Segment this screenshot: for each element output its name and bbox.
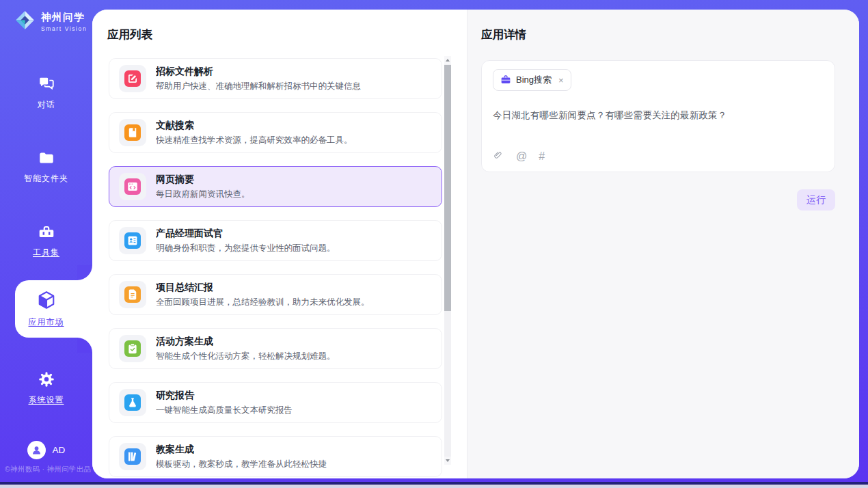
- user-initials: AD: [53, 445, 66, 455]
- query-card[interactable]: Bing搜索 × 今日湖北有哪些新闻要点？有哪些需要关注的最新政策？ @#: [481, 60, 835, 172]
- sidebar-item-label: 智能文件夹: [0, 173, 92, 185]
- copyright-text: ©神州数码 · 神州问学出品: [5, 465, 91, 474]
- run-row: 运行: [481, 189, 835, 211]
- folder-icon: [38, 157, 55, 169]
- app-card-icon-box: [119, 335, 146, 362]
- app-card-desc: 一键智能生成高质量长文本研究报告: [156, 405, 293, 416]
- research-report-icon: [124, 394, 141, 411]
- desktop-edge: [0, 485, 868, 488]
- input-toolbar: @#: [493, 150, 545, 163]
- app-card-icon-box: [119, 389, 146, 416]
- sidebar-item-toolset[interactable]: 工具集: [0, 223, 92, 258]
- app-list-panel: 应用列表 招标文件解析帮助用户快速、准确地理解和解析招标书中的关键信息文献搜索快…: [92, 10, 467, 478]
- gear-icon: [38, 379, 55, 390]
- app-card[interactable]: 文献搜索快速精准查找学术资源，提高研究效率的必备工具。: [109, 112, 442, 153]
- app-card-icon-box: [119, 227, 146, 254]
- app-card[interactable]: 项目总结汇报全面回顾项目进展，总结经验教训，助力未来优化发展。: [109, 274, 442, 315]
- app-card-desc: 全面回顾项目进展，总结经验教训，助力未来优化发展。: [156, 297, 370, 308]
- brand-logo: 神州问学 Smart Vision: [14, 9, 87, 34]
- app-card[interactable]: 教案生成模板驱动，教案秒成，教学准备从此轻松快捷: [109, 436, 442, 477]
- app-card[interactable]: 活动方案生成智能生成个性化活动方案，轻松解决规划难题。: [109, 328, 442, 369]
- avatar: [27, 441, 46, 459]
- run-button[interactable]: 运行: [797, 189, 835, 211]
- interviewer-icon: [124, 232, 141, 249]
- app-card-title: 网页摘要: [156, 174, 194, 185]
- app-detail-title: 应用详情: [481, 27, 835, 42]
- main-content: 应用列表 招标文件解析帮助用户快速、准确地理解和解析招标书中的关键信息文献搜索快…: [92, 10, 859, 478]
- tool-tag-close-icon[interactable]: ×: [558, 75, 564, 85]
- app-card-desc: 模板驱动，教案秒成，教学准备从此轻松快捷: [156, 459, 327, 470]
- brand-subtitle: Smart Vision: [41, 25, 87, 32]
- tender-edit-icon: [124, 70, 141, 87]
- app-card-icon-box: [119, 173, 146, 200]
- app-card-desc: 帮助用户快速、准确地理解和解析招标书中的关键信息: [156, 81, 361, 92]
- tool-tag-label: Bing搜索: [516, 74, 552, 86]
- bubble-curve-bottom: [77, 338, 92, 353]
- cube-icon: [36, 301, 57, 312]
- query-text[interactable]: 今日湖北有哪些新闻要点？有哪些需要关注的最新政策？: [493, 109, 824, 122]
- app-card-icon-box: [119, 65, 146, 92]
- chat-icon: [38, 83, 55, 95]
- app-card[interactable]: 招标文件解析帮助用户快速、准确地理解和解析招标书中的关键信息: [109, 58, 442, 99]
- sidebar-item-label: 工具集: [0, 247, 92, 258]
- bubble-curve-top: [77, 265, 92, 280]
- brand-name: 神州问学: [41, 11, 87, 24]
- sidebar-item-smart-folders[interactable]: 智能文件夹: [0, 149, 92, 185]
- paperclip-icon[interactable]: [493, 150, 504, 163]
- mention-icon[interactable]: @: [516, 151, 527, 162]
- app-card-icon-box: [119, 281, 146, 308]
- app-card[interactable]: 网页摘要每日政府新闻资讯快查。: [109, 166, 442, 207]
- app-card-icon-box: [119, 119, 146, 146]
- sidebar-item-app-market[interactable]: 应用市场: [0, 290, 92, 328]
- lesson-books-icon: [124, 448, 141, 465]
- app-card[interactable]: 研究报告一键智能生成高质量长文本研究报告: [109, 382, 442, 423]
- toolbox-icon: [38, 231, 55, 243]
- app-card-desc: 每日政府新闻资讯快查。: [156, 189, 250, 200]
- briefcase-icon: [500, 74, 511, 85]
- topic-icon[interactable]: #: [539, 151, 545, 162]
- sidebar-item-label: 对话: [0, 99, 92, 111]
- scrollbar-up-arrow[interactable]: [444, 56, 451, 64]
- user-icon: [31, 444, 42, 456]
- scrollbar-thumb[interactable]: [444, 65, 451, 311]
- user-row[interactable]: AD: [0, 441, 92, 459]
- app-card-title: 教案生成: [156, 444, 194, 455]
- scrollbar[interactable]: [444, 56, 451, 465]
- app-card-icon-box: [119, 443, 146, 470]
- app-card-title: 研究报告: [156, 390, 194, 401]
- app-card-title: 活动方案生成: [156, 336, 213, 347]
- activity-plan-icon: [124, 340, 141, 357]
- app-card-list: 招标文件解析帮助用户快速、准确地理解和解析招标书中的关键信息文献搜索快速精准查找…: [109, 58, 442, 477]
- app-card-title: 招标文件解析: [156, 66, 213, 77]
- sidebar-item-settings[interactable]: 系统设置: [0, 370, 92, 406]
- sidebar-item-chat[interactable]: 对话: [0, 75, 92, 111]
- app-card-desc: 快速精准查找学术资源，提高研究效率的必备工具。: [156, 135, 353, 146]
- app-card[interactable]: 产品经理面试官明确身份和职责，为您提供专业性的面试问题。: [109, 220, 442, 261]
- app-card-title: 项目总结汇报: [156, 282, 213, 293]
- sidebar: 神州问学 Smart Vision 对话智能文件夹工具集应用市场系统设置 AD …: [0, 0, 92, 482]
- app-card-title: 产品经理面试官: [156, 228, 223, 239]
- app-card-desc: 明确身份和职责，为您提供专业性的面试问题。: [156, 243, 336, 254]
- app-card-desc: 智能生成个性化活动方案，轻松解决规划难题。: [156, 351, 336, 362]
- scrollbar-down-arrow[interactable]: [444, 457, 451, 465]
- app-detail-panel: 应用详情 Bing搜索 × 今日湖北有哪些新闻要点？有哪些需要关注的最新政策？ …: [467, 10, 859, 478]
- app-card-title: 文献搜索: [156, 120, 194, 131]
- literature-book-icon: [124, 124, 141, 141]
- brand-diamond-icon: [14, 9, 36, 34]
- app-list-title: 应用列表: [107, 27, 152, 42]
- sidebar-item-label: 系统设置: [0, 394, 92, 406]
- summary-doc-icon: [124, 286, 141, 303]
- webpage-icon: [124, 178, 141, 195]
- app-frame: 神州问学 Smart Vision 对话智能文件夹工具集应用市场系统设置 AD …: [0, 0, 868, 488]
- sidebar-item-label: 应用市场: [0, 316, 92, 328]
- tool-tag[interactable]: Bing搜索 ×: [493, 69, 571, 91]
